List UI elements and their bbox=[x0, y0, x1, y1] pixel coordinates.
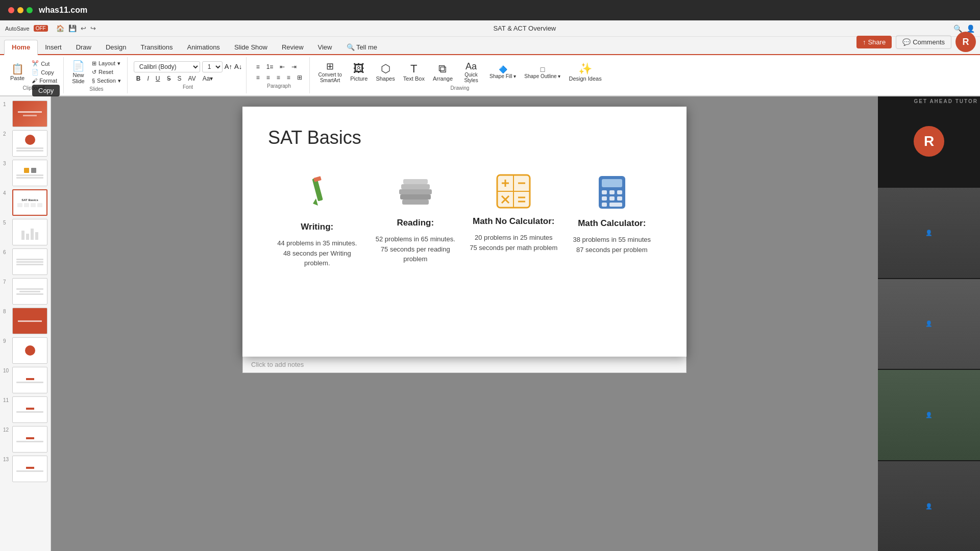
home-icon[interactable]: 🏠 bbox=[56, 24, 64, 32]
tab-insert[interactable]: Insert bbox=[38, 40, 69, 54]
slide-thumb-13[interactable]: 13 bbox=[3, 456, 47, 482]
format-button[interactable]: 🖌 Format bbox=[30, 77, 59, 84]
svg-rect-22 bbox=[609, 190, 615, 194]
site-name: whas11.com bbox=[39, 6, 87, 15]
slide-thumb-6[interactable]: 6 bbox=[3, 248, 47, 275]
shadow-button[interactable]: S bbox=[175, 74, 184, 83]
slide-panel: 1 2 3 bbox=[0, 96, 51, 551]
paste-button[interactable]: 📋 Paste bbox=[8, 62, 27, 82]
slide-thumb-9[interactable]: 9 bbox=[3, 337, 47, 364]
calculator-icon bbox=[597, 174, 627, 212]
tab-slideshow[interactable]: Slide Show bbox=[227, 40, 275, 54]
slide-thumb-10[interactable]: 10 bbox=[3, 367, 47, 393]
tab-animations[interactable]: Animations bbox=[180, 40, 227, 54]
copy-button[interactable]: 📄 Copy bbox=[30, 68, 59, 76]
tab-tellme[interactable]: 🔍 Tell me bbox=[339, 40, 385, 54]
change-case-button[interactable]: Aa▾ bbox=[200, 74, 216, 83]
cut-button[interactable]: ✂️ Cut bbox=[30, 60, 59, 67]
brand-label: GET AHEAD TUTOR bbox=[914, 98, 978, 104]
increase-indent-button[interactable]: ⇥ bbox=[289, 62, 299, 71]
slide-thumb-1[interactable]: 1 bbox=[3, 101, 47, 127]
align-left-button[interactable]: ≡ bbox=[254, 73, 262, 82]
numbering-button[interactable]: 1≡ bbox=[264, 62, 276, 71]
underline-button[interactable]: U bbox=[153, 74, 163, 83]
increase-font-icon[interactable]: A↑ bbox=[225, 63, 232, 70]
video-feed-2: 👤 bbox=[878, 188, 980, 278]
shapes-button[interactable]: ⬡ Shapes bbox=[374, 61, 397, 83]
slide-thumb-4[interactable]: 4 SAT Basics bbox=[3, 189, 47, 216]
slide-thumb-7[interactable]: 7 bbox=[3, 278, 47, 305]
user-avatar[interactable]: R bbox=[955, 32, 976, 52]
svg-rect-27 bbox=[602, 203, 607, 207]
comments-button[interactable]: 💬 Comments bbox=[896, 35, 951, 49]
paragraph-label: Paragraph bbox=[267, 83, 291, 89]
writing-title: Writing: bbox=[301, 222, 333, 232]
decrease-indent-button[interactable]: ⇤ bbox=[277, 62, 287, 71]
books-icon bbox=[397, 174, 434, 212]
autosave-toggle[interactable]: OFF bbox=[34, 25, 48, 32]
convert-smartart-button[interactable]: ⊞ Convert to SmartArt bbox=[316, 60, 344, 84]
align-right-button[interactable]: ≡ bbox=[274, 73, 283, 82]
justify-button[interactable]: ≡ bbox=[284, 73, 293, 82]
section-button[interactable]: § Section▾ bbox=[90, 77, 123, 85]
shape-outline-button[interactable]: □ Shape Outline ▾ bbox=[522, 64, 562, 80]
maximize-button[interactable] bbox=[27, 7, 33, 13]
arrange-button[interactable]: ⧉ Arrange bbox=[431, 61, 455, 83]
char-spacing-button[interactable]: AV bbox=[186, 74, 199, 83]
quick-styles-button[interactable]: Aa Quick Styles bbox=[459, 60, 483, 84]
reset-button[interactable]: ↺ Reset bbox=[90, 68, 123, 76]
tab-review[interactable]: Review bbox=[275, 40, 311, 54]
tab-transitions[interactable]: Transitions bbox=[133, 40, 180, 54]
bullets-button[interactable]: ≡ bbox=[254, 62, 262, 71]
align-center-button[interactable]: ≡ bbox=[264, 73, 273, 82]
strikethrough-button[interactable]: S̶ bbox=[164, 74, 174, 83]
notes-area[interactable]: Click to add notes bbox=[242, 357, 687, 373]
slide-thumb-5[interactable]: 5 bbox=[3, 219, 47, 245]
redo-icon[interactable]: ↪ bbox=[90, 24, 96, 32]
decrease-font-icon[interactable]: A↓ bbox=[234, 63, 242, 70]
slide-thumb-2[interactable]: 2 bbox=[3, 130, 47, 157]
minimize-button[interactable] bbox=[17, 7, 23, 13]
svg-rect-25 bbox=[609, 196, 615, 201]
slide-thumb-11[interactable]: 11 bbox=[3, 396, 47, 423]
share-button[interactable]: ↑ Share bbox=[856, 36, 892, 48]
tab-draw[interactable]: Draw bbox=[69, 40, 99, 54]
picture-button[interactable]: 🖼 Picture bbox=[348, 61, 370, 83]
tab-view[interactable]: View bbox=[311, 40, 339, 54]
title-bar: whas11.com bbox=[0, 0, 980, 20]
textbox-button[interactable]: T Text Box bbox=[401, 61, 427, 83]
window-controls bbox=[8, 7, 33, 13]
svg-rect-6 bbox=[400, 194, 431, 199]
font-label: Font bbox=[183, 84, 193, 90]
undo-icon[interactable]: ↩ bbox=[81, 24, 86, 32]
video-2-person: 👤 bbox=[925, 230, 933, 236]
slide-thumb-3[interactable]: 3 bbox=[3, 160, 47, 186]
font-select[interactable]: Calibri (Body) bbox=[134, 61, 200, 72]
svg-rect-3 bbox=[399, 189, 432, 194]
tab-design[interactable]: Design bbox=[99, 40, 133, 54]
slide-thumb-12[interactable]: 12 bbox=[3, 426, 47, 453]
italic-button[interactable]: I bbox=[144, 74, 151, 83]
ribbon-commands: 📋 Paste ✂️ Cut 📄 Copy 🖌 Format bbox=[0, 55, 980, 96]
user-r-avatar: R bbox=[914, 126, 944, 157]
math-calc-title: Math Calculator: bbox=[578, 218, 646, 229]
writing-item: Writing: 44 problems in 35 minutes. 48 s… bbox=[271, 174, 363, 268]
columns-button[interactable]: ⊞ bbox=[295, 73, 305, 82]
shape-fill-button[interactable]: 🔷 Shape Fill ▾ bbox=[487, 64, 518, 80]
video-4-person: 👤 bbox=[925, 412, 933, 418]
save-icon[interactable]: 💾 bbox=[68, 24, 77, 32]
right-panel: GET AHEAD TUTOR R 👤 👤 👤 👤 bbox=[878, 96, 980, 551]
new-slide-button[interactable]: 📄 New Slide bbox=[70, 59, 87, 85]
bold-button[interactable]: B bbox=[134, 74, 143, 83]
svg-rect-7 bbox=[402, 199, 429, 205]
video-feed-3: 👤 bbox=[878, 279, 980, 369]
svg-marker-1 bbox=[313, 198, 318, 206]
design-ideas-button[interactable]: ✨ Design Ideas bbox=[567, 61, 603, 83]
font-size-select[interactable]: 15 bbox=[202, 61, 223, 72]
math-calc-desc: 38 problems in 55 minutes 87 seconds per… bbox=[573, 235, 651, 255]
layout-button[interactable]: ⊞ Layout▾ bbox=[90, 60, 123, 67]
svg-rect-21 bbox=[602, 190, 607, 194]
close-button[interactable] bbox=[8, 7, 14, 13]
tab-home[interactable]: Home bbox=[4, 40, 38, 55]
slide-thumb-8[interactable]: 8 bbox=[3, 308, 47, 334]
